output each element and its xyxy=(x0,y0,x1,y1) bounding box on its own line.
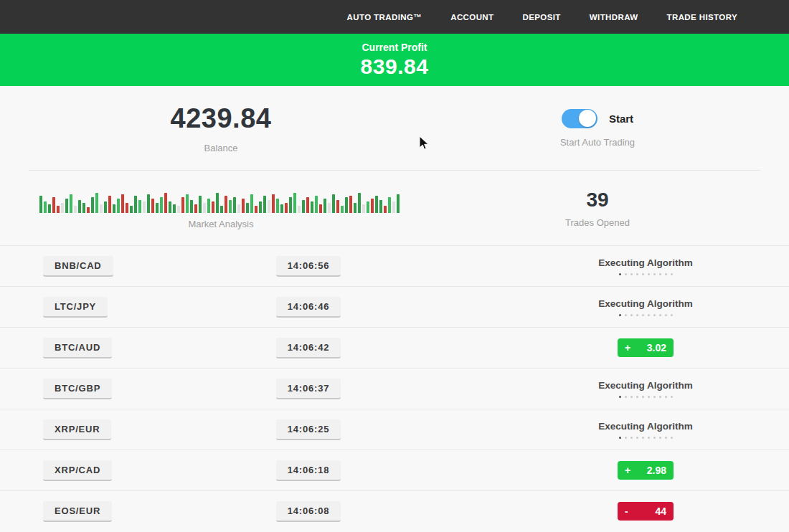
current-profit-banner: Current Profit 839.84 xyxy=(0,34,789,86)
progress-dot xyxy=(671,273,673,275)
chart-bar xyxy=(375,196,378,213)
progress-dot xyxy=(619,273,621,275)
pair-badge: XRP/EUR xyxy=(43,419,111,440)
progress-dot xyxy=(642,437,644,439)
chart-bar xyxy=(181,197,184,213)
trades-opened-value: 39 xyxy=(586,189,608,212)
time-badge: 14:06:08 xyxy=(276,501,341,522)
result-amount: 3.02 xyxy=(647,342,666,353)
chart-bar xyxy=(87,207,90,213)
progress-dot xyxy=(659,314,661,316)
progress-dot xyxy=(636,396,638,398)
trades-table: BNB/CAD 14:06:56 Executing Algorithm LTC… xyxy=(0,245,789,531)
nav-item-withdraw[interactable]: WITHDRAW xyxy=(590,13,638,22)
result-amount: 2.98 xyxy=(647,465,666,476)
progress-dots xyxy=(619,396,673,398)
chart-bar xyxy=(354,203,356,213)
chart-bar xyxy=(147,194,150,213)
progress-dot xyxy=(619,314,621,316)
time-badge: 14:06:56 xyxy=(276,256,341,277)
result-cell: Executing Algorithm xyxy=(502,380,789,398)
chart-bar xyxy=(225,196,227,213)
chart-bar xyxy=(121,194,124,213)
market-analysis-label: Market Analysis xyxy=(188,219,253,229)
chart-bar xyxy=(108,196,111,213)
chart-bar xyxy=(237,204,240,213)
progress-dot xyxy=(625,314,627,316)
progress-dot xyxy=(636,314,638,316)
chart-bar xyxy=(194,204,197,213)
chart-bar xyxy=(151,199,154,213)
progress-dot xyxy=(653,437,656,439)
nav-item-account[interactable]: ACCOUNT xyxy=(450,13,493,22)
progress-dot xyxy=(653,273,656,275)
toggle-knob-icon xyxy=(579,110,596,127)
trades-opened-label: Trades Opened xyxy=(565,217,630,228)
chart-bar xyxy=(177,206,180,213)
chart-bar xyxy=(70,194,72,213)
chart-bar xyxy=(272,194,275,213)
progress-dot xyxy=(636,437,638,439)
loss-badge: -44 xyxy=(618,502,674,521)
chart-bar xyxy=(397,194,400,213)
chart-bar xyxy=(323,199,326,213)
chart-bar xyxy=(371,199,374,213)
chart-bar xyxy=(39,196,42,213)
auto-trading-toggle[interactable] xyxy=(562,109,597,128)
chart-bar xyxy=(311,201,313,213)
progress-dots xyxy=(619,314,673,316)
table-row: BTC/AUD 14:06:42 +3.02 xyxy=(0,327,789,368)
chart-bar xyxy=(298,206,301,213)
time-badge: 14:06:46 xyxy=(276,297,341,318)
chart-bar xyxy=(233,197,236,213)
chart-bar xyxy=(250,194,253,213)
top-nav: AUTO TRADING™ACCOUNTDEPOSITWITHDRAWTRADE… xyxy=(0,0,789,34)
chart-bar xyxy=(156,203,159,213)
pair-badge: BNB/CAD xyxy=(43,256,113,277)
chart-bar xyxy=(199,196,202,213)
nav-item-auto-trading[interactable]: AUTO TRADING™ xyxy=(347,13,422,22)
progress-dot xyxy=(671,396,673,398)
chart-bar xyxy=(367,201,369,213)
chart-bar xyxy=(349,196,352,213)
chart-bar xyxy=(362,204,365,213)
chart-bar xyxy=(190,200,193,213)
chart-bar xyxy=(220,206,223,213)
result-sign: - xyxy=(625,505,628,517)
chart-bar xyxy=(57,206,60,213)
progress-dot xyxy=(619,437,621,439)
balance-section: 4239.84 Balance Start Start Auto Trading xyxy=(0,86,789,170)
profit-badge: +2.98 xyxy=(618,461,674,480)
progress-dot xyxy=(653,396,656,398)
chart-bar xyxy=(160,197,163,213)
progress-dot xyxy=(625,273,627,275)
pair-badge: XRP/CAD xyxy=(43,460,112,481)
chart-bar xyxy=(169,201,171,213)
chart-bar xyxy=(345,197,348,213)
executing-algorithm-label: Executing Algorithm xyxy=(598,257,693,268)
progress-dot xyxy=(653,314,656,316)
current-profit-value: 839.84 xyxy=(361,54,429,79)
table-row: LTC/JPY 14:06:46 Executing Algorithm xyxy=(0,286,789,327)
auto-trading-label: Start Auto Trading xyxy=(560,137,635,148)
result-cell: -44 xyxy=(502,502,789,521)
nav-item-trade-history[interactable]: TRADE HISTORY xyxy=(667,13,738,22)
chart-bar xyxy=(293,193,296,213)
result-cell: Executing Algorithm xyxy=(502,421,789,439)
progress-dot xyxy=(630,273,633,275)
result-cell: Executing Algorithm xyxy=(502,298,789,316)
market-analysis-chart xyxy=(39,187,402,213)
executing-algorithm-label: Executing Algorithm xyxy=(598,421,693,432)
progress-dot xyxy=(665,437,667,439)
chart-bar xyxy=(207,199,210,213)
table-row: EOS/EUR 14:06:08 -44 xyxy=(0,490,789,531)
chart-bar xyxy=(186,194,189,213)
chart-bar xyxy=(126,203,128,213)
nav-item-deposit[interactable]: DEPOSIT xyxy=(523,13,561,22)
progress-dot xyxy=(642,273,644,275)
progress-dot xyxy=(665,314,667,316)
market-section: Market Analysis 39 Trades Opened xyxy=(0,171,789,245)
executing-algorithm-label: Executing Algorithm xyxy=(598,298,693,309)
chart-bar xyxy=(259,201,262,213)
balance-label: Balance xyxy=(204,143,238,153)
